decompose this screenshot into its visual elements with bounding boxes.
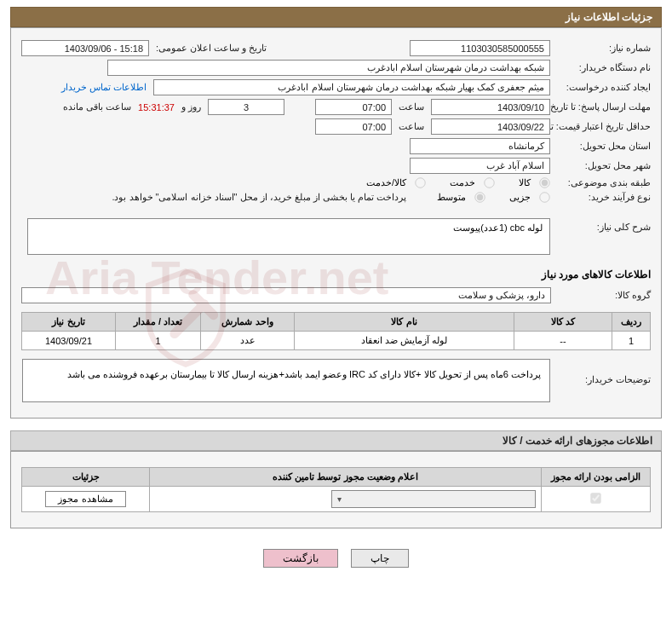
row-requester: ایجاد کننده درخواست: میثم جعفری کمک بهیا… — [21, 79, 651, 95]
number-label: شماره نیاز: — [557, 43, 651, 54]
deadline-time: 07:00 — [315, 99, 392, 115]
remain-suffix: ساعت باقی مانده — [63, 101, 131, 113]
province-value: کرمانشاه — [410, 138, 550, 154]
remain-time: 15:31:37 — [138, 102, 175, 113]
goods-table: ردیف کد کالا نام کالا واحد شمارش تعداد /… — [21, 312, 651, 350]
table-row: 1 -- لوله آزمایش ضد انعقاد عدد 1 1403/09… — [22, 332, 651, 350]
group-value: دارو، پزشکی و سلامت — [21, 287, 551, 303]
category-radios: کالا خدمت کالا/خدمت — [366, 177, 550, 188]
col-name: نام کالا — [295, 313, 514, 332]
requester-value: میثم جعفری کمک بهیار شبکه بهداشت درمان ش… — [153, 79, 550, 95]
col-mandatory: الزامی بودن ارائه مجوز — [542, 467, 651, 486]
row-number: شماره نیاز: 1103030585000555 تاریخ و ساع… — [21, 40, 651, 56]
mandatory-checkbox — [590, 493, 600, 503]
col-date: تاریخ نیاز — [22, 313, 116, 332]
cell-date: 1403/09/21 — [22, 332, 116, 350]
col-qty: تعداد / مقدار — [116, 313, 201, 332]
chevron-down-icon: ▾ — [337, 494, 342, 504]
cell-qty: 1 — [116, 332, 201, 350]
header-title: جزئیات اطلاعات نیاز — [566, 11, 652, 23]
cell-code: -- — [514, 332, 612, 350]
col-unit: واحد شمارش — [201, 313, 295, 332]
row-desc: شرح کلی نیاز: لوله cbc (1عدد)پیوست — [21, 218, 651, 255]
row-category: طبقه بندی موضوعی: کالا خدمت کالا/خدمت — [21, 177, 651, 188]
row-province: استان محل تحویل: کرمانشاه — [21, 138, 651, 154]
radio-khadamat-label: خدمت — [450, 177, 495, 188]
radio-both-label: کالا/خدمت — [366, 177, 426, 188]
radio-jozi — [539, 192, 549, 202]
row-deadline: مهلت ارسال پاسخ: تا تاریخ: 1403/09/10 سا… — [21, 99, 651, 115]
back-button[interactable]: بازگشت — [263, 549, 338, 568]
license-header: اطلاعات مجوزهای ارائه خدمت / کالا — [10, 430, 662, 451]
print-button[interactable]: چاپ — [351, 549, 409, 568]
col-status: اعلام وضعیت مجوز توسط تامین کننده — [150, 467, 542, 486]
col-code: کد کالا — [514, 313, 612, 332]
validity-label: حداقل تاریخ اعتبار قیمت: تا تاریخ: — [557, 120, 651, 132]
view-license-button[interactable]: مشاهده مجوز — [45, 491, 125, 507]
process-label: نوع فرآیند خرید: — [557, 192, 651, 203]
row-note: توضیحات خریدار: پرداخت 6ماه پس از تحویل … — [21, 359, 651, 402]
announce-label: تاریخ و ساعت اعلان عمومی: — [156, 43, 267, 54]
buyer-label: نام دستگاه خریدار: — [557, 62, 651, 73]
col-details: جزئیات — [22, 467, 150, 486]
license-title: اطلاعات مجوزهای ارائه خدمت / کالا — [503, 435, 652, 447]
number-value: 1103030585000555 — [410, 40, 550, 56]
cell-details: مشاهده مجوز — [22, 486, 150, 511]
process-radios: جزیی متوسط — [437, 192, 550, 203]
province-label: استان محل تحویل: — [557, 141, 651, 152]
buyer-contact-link[interactable]: اطلاعات تماس خریدار — [61, 82, 146, 93]
license-row: ▾ مشاهده مجوز — [22, 486, 651, 511]
deadline-date: 1403/09/10 — [431, 99, 550, 115]
goods-title: اطلاعات کالاهای مورد نیاز — [21, 268, 651, 280]
radio-motavaset — [474, 192, 485, 202]
buyer-value: شبکه بهداشت درمان شهرستان اسلام ابادغرب — [107, 60, 550, 76]
note-value: پرداخت 6ماه پس از تحویل کالا +کالا دارای… — [22, 359, 550, 402]
process-note: پرداخت تمام یا بخشی از مبلغ خرید، از محل… — [112, 192, 406, 203]
cell-row: 1 — [612, 332, 651, 350]
row-buyer: نام دستگاه خریدار: شبکه بهداشت درمان شهر… — [21, 60, 651, 76]
cell-unit: عدد — [201, 332, 295, 350]
radio-both — [415, 177, 425, 188]
row-process: نوع فرآیند خرید: جزیی متوسط پرداخت تمام … — [21, 192, 651, 203]
desc-label: شرح کلی نیاز: — [557, 218, 651, 233]
license-section: الزامی بودن ارائه مجوز اعلام وضعیت مجوز … — [10, 451, 662, 528]
license-header-row: الزامی بودن ارائه مجوز اعلام وضعیت مجوز … — [22, 467, 651, 486]
row-group: گروه کالا: دارو، پزشکی و سلامت — [21, 287, 651, 303]
license-table: الزامی بودن ارائه مجوز اعلام وضعیت مجوز … — [21, 467, 651, 512]
goods-header-row: ردیف کد کالا نام کالا واحد شمارش تعداد /… — [22, 313, 651, 332]
note-label: توضیحات خریدار: — [557, 359, 651, 385]
announce-value: 1403/09/06 - 15:18 — [21, 40, 149, 56]
city-value: اسلام آباد غرب — [410, 158, 550, 174]
radio-kala — [539, 177, 549, 188]
deadline-label: مهلت ارسال پاسخ: تا تاریخ: — [557, 101, 651, 113]
main-header: جزئیات اطلاعات نیاز — [10, 7, 662, 27]
cell-name: لوله آزمایش ضد انعقاد — [295, 332, 514, 350]
radio-khadamat — [484, 177, 494, 188]
radio-jozi-label: جزیی — [509, 192, 550, 203]
cell-status: ▾ — [150, 486, 542, 511]
need-info-section: Aria Tender.net شماره نیاز: 110303058500… — [10, 27, 662, 419]
validity-date: 1403/09/22 — [431, 118, 550, 135]
validity-time: 07:00 — [315, 118, 392, 135]
days-suffix: روز و — [181, 101, 201, 113]
desc-value: لوله cbc (1عدد)پیوست — [27, 218, 550, 255]
time-label-2: ساعت — [399, 121, 424, 132]
city-label: شهر محل تحویل: — [557, 160, 651, 171]
radio-motavaset-label: متوسط — [437, 192, 485, 203]
radio-kala-label: کالا — [519, 177, 550, 188]
group-label: گروه کالا: — [558, 290, 651, 301]
col-row: ردیف — [612, 313, 651, 332]
time-label-1: ساعت — [399, 101, 424, 113]
days-value: 3 — [208, 99, 284, 115]
category-label: طبقه بندی موضوعی: — [557, 177, 651, 188]
cell-mandatory — [542, 486, 651, 511]
status-select[interactable]: ▾ — [331, 490, 536, 508]
footer-buttons: چاپ بازگشت — [10, 540, 662, 571]
row-validity: حداقل تاریخ اعتبار قیمت: تا تاریخ: 1403/… — [21, 118, 651, 135]
row-city: شهر محل تحویل: اسلام آباد غرب — [21, 158, 651, 174]
requester-label: ایجاد کننده درخواست: — [557, 82, 651, 93]
